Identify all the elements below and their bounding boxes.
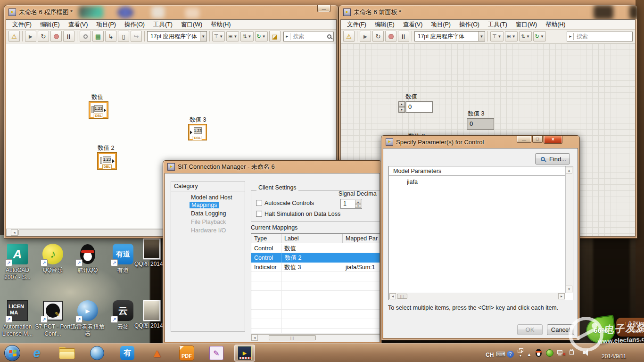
taskbar-labview-button[interactable]: ►	[234, 345, 255, 362]
menu-help[interactable]: 帮助(H)	[206, 20, 235, 30]
menu-project[interactable]: 项目(P)	[427, 20, 455, 30]
scrollbar-thumb[interactable]: |||	[269, 335, 316, 340]
taskbar-browser-button[interactable]	[87, 345, 107, 362]
font-selector[interactable]: 17pt 应用程序字体 ▼	[147, 31, 207, 41]
desktop-icon-qqmusic[interactable]: ♪ ↗ QQ音乐	[42, 243, 64, 265]
column-type[interactable]: Type	[251, 234, 281, 243]
front-panel-titlebar[interactable]: 未命名 6 前面板 *	[339, 5, 637, 19]
search-box[interactable]: ► 搜索	[283, 32, 334, 41]
desktop-icon-qq[interactable]: ↗ 腾讯QQ	[77, 243, 99, 265]
category-item-model-and-host[interactable]: Model and Host	[191, 194, 232, 201]
category-item-data-logging[interactable]: Data Logging	[191, 210, 226, 217]
category-item-hardware-io[interactable]: Hardware I/O	[191, 227, 226, 234]
start-button[interactable]	[2, 345, 23, 362]
desktop-icon-s7pct[interactable]: ✎ ↗ S7-PCT - Port Conf...	[42, 300, 64, 321]
find-button[interactable]: Find...	[535, 153, 570, 165]
menu-operate[interactable]: 操作(O)	[455, 20, 484, 30]
font-selector[interactable]: 17pt 应用程序字体 ▼	[414, 31, 485, 41]
block-diagram-titlebar[interactable]: 未命名 6 程序框图 * —	[4, 5, 338, 19]
align-objects-dropdown[interactable]: ⊤▼	[212, 31, 225, 41]
menu-file[interactable]: 文件(F)	[343, 20, 371, 30]
language-indicator[interactable]: CH	[486, 352, 494, 358]
menu-operate[interactable]: 操作(O)	[120, 20, 149, 30]
terminal-label[interactable]: 数值 2	[98, 144, 114, 152]
numeric-control-terminal[interactable]: 1.23 DBL	[98, 153, 116, 169]
retain-wire-values-button[interactable]: ↳	[105, 31, 116, 42]
menu-window[interactable]: 窗口(W)	[177, 20, 206, 30]
numeric-control-field[interactable]: 0	[405, 101, 433, 113]
qq-tray-icon[interactable]	[536, 349, 542, 357]
menu-project[interactable]: 项目(P)	[92, 20, 120, 30]
search-box[interactable]: ► 搜索	[567, 32, 633, 41]
spin-down-icon[interactable]: ▼	[355, 204, 361, 208]
spin-up-icon[interactable]: ▲	[355, 200, 361, 204]
usb-tray-icon[interactable]	[569, 349, 575, 356]
control-label[interactable]: 数值	[405, 93, 417, 101]
table-row-selected[interactable]: Control 数值 2	[251, 253, 380, 263]
current-mappings-table[interactable]: Type Label Mapped Par Control 数值 Control…	[251, 233, 380, 333]
desktop-icon-autocad[interactable]: A ↗ AutoCAD 2007 - S...	[7, 243, 28, 265]
desktop-icon-license-manager[interactable]: LICEN MA ↗ Automation License M...	[7, 300, 28, 321]
help-tray-icon[interactable]: ?	[507, 351, 514, 358]
network-tray-icon[interactable]: ×	[557, 349, 565, 356]
taskbar-pdf-button[interactable]: PDF	[176, 345, 197, 362]
sync-dropdown[interactable]: ↻▼	[255, 31, 268, 41]
scroll-up-button[interactable]: ▴	[566, 167, 572, 173]
numeric-indicator-terminal[interactable]: 1.23 DBL	[189, 124, 206, 140]
desktop-icon-qq-screenshot-2[interactable]: QQ图 201409	[143, 300, 161, 321]
menu-window[interactable]: 窗口(W)	[512, 20, 541, 30]
distribute-objects-dropdown[interactable]: ⊞▼	[505, 31, 518, 41]
category-item-file-playback[interactable]: File Playback	[191, 219, 226, 225]
align-objects-dropdown[interactable]: ⊤▼	[490, 31, 504, 41]
scroll-left-button[interactable]: ◂	[389, 293, 396, 299]
menu-tools[interactable]: 工具(T)	[484, 20, 512, 30]
run-button[interactable]: ►	[25, 31, 36, 42]
list-item-jiafa[interactable]: jiafa	[407, 179, 418, 185]
ok-button[interactable]: OK	[517, 324, 543, 335]
table-row[interactable]: Control 数值	[251, 244, 380, 253]
desktop-icon-youdao[interactable]: 有道 ↗ 有道	[112, 243, 134, 265]
highlight-execution-button[interactable]	[80, 31, 91, 42]
security-tray-icon[interactable]	[546, 349, 553, 357]
restore-windows-icon[interactable]: ▼	[518, 348, 523, 357]
warning-button[interactable]: ⚠	[343, 31, 355, 42]
scrollbar-thumb[interactable]	[18, 230, 165, 235]
menu-edit[interactable]: 编辑(E)	[371, 20, 399, 30]
abort-button[interactable]	[50, 31, 62, 42]
menu-tools[interactable]: 工具(T)	[149, 20, 177, 30]
terminal-label[interactable]: 数值	[91, 93, 103, 101]
run-continuously-button[interactable]: ↻	[372, 31, 384, 42]
pause-button[interactable]: ||	[398, 31, 409, 42]
terminal-label[interactable]: 数值 3	[190, 116, 206, 124]
menu-edit[interactable]: 编辑(E)	[36, 20, 64, 30]
scroll-down-button[interactable]: ▾	[566, 286, 572, 292]
column-label[interactable]: Label	[281, 234, 343, 243]
list-header[interactable]: Model Parameters	[389, 166, 565, 176]
run-button[interactable]: ►	[360, 31, 371, 42]
halt-simulation-checkbox[interactable]	[256, 211, 262, 217]
horizontal-scrollbar[interactable]	[389, 293, 565, 300]
menu-help[interactable]: 帮助(H)	[541, 20, 570, 30]
run-continuously-button[interactable]: ↻	[38, 31, 49, 42]
desktop-icon-yunqian[interactable]: 云 ↗ 云签	[112, 300, 134, 321]
keyboard-layout-icon[interactable]: ⌨	[496, 350, 505, 358]
reorder-dropdown[interactable]: ↻▼	[533, 31, 546, 41]
taskbar-ie-button[interactable]: e	[26, 345, 47, 362]
menu-view[interactable]: 查看(V)	[64, 20, 92, 30]
clock-date[interactable]: 2014/9/11	[602, 353, 627, 360]
taskbar-explorer-button[interactable]	[57, 345, 77, 362]
vertical-scrollbar[interactable]	[565, 166, 573, 293]
numeric-control-terminal[interactable]: 1.23 DBL	[89, 102, 108, 118]
indicator-label[interactable]: 数值 3	[468, 110, 484, 118]
dialog-titlebar[interactable]: SIT Connection Manager - 未命名 6	[163, 161, 381, 173]
warning-button[interactable]: ⚠	[8, 31, 20, 42]
taskbar-matlab-button[interactable]: ▲	[147, 345, 167, 362]
column-mapped[interactable]: Mapped Par	[343, 234, 380, 243]
minimize-button[interactable]: —	[517, 136, 531, 143]
minimize-button[interactable]: —	[317, 5, 330, 12]
scroll-right-button[interactable]: ▸	[558, 293, 565, 299]
autoscale-controls-checkbox[interactable]	[256, 200, 262, 206]
category-item-mappings[interactable]: Mappings	[190, 202, 219, 208]
menu-file[interactable]: 文件(F)	[8, 20, 36, 30]
increment-decrement-buttons[interactable]: ▲▼	[398, 101, 405, 113]
